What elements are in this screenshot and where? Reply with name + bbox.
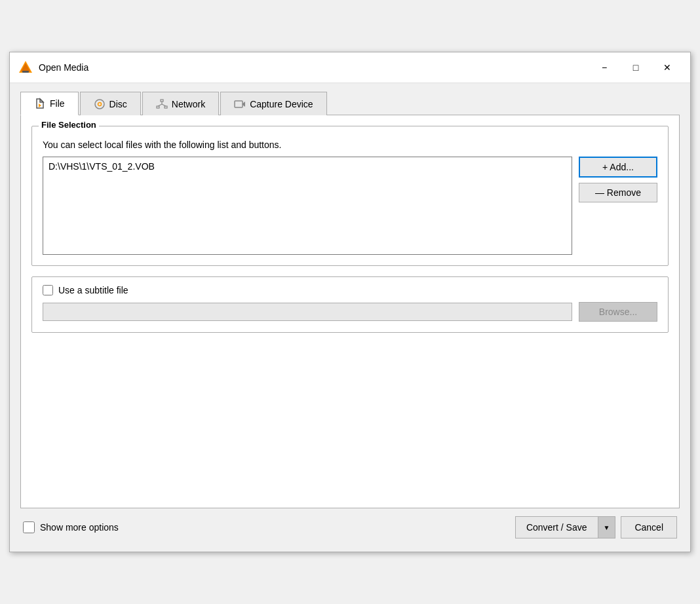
show-more-row: Show more options: [23, 521, 119, 533]
window-title: Open Media: [39, 62, 88, 73]
vlc-logo-icon: [18, 60, 33, 75]
cancel-button[interactable]: Cancel: [621, 516, 677, 538]
minimize-button[interactable]: −: [589, 58, 619, 77]
convert-save-main[interactable]: Convert / Save: [516, 517, 598, 538]
show-more-label: Show more options: [40, 522, 119, 533]
title-bar-buttons: − □ ✕: [589, 58, 682, 77]
subtitle-label-text: Use a subtitle file: [58, 285, 128, 295]
bottom-area: Show more options Convert / Save ▼ Cance…: [20, 508, 680, 541]
close-button[interactable]: ✕: [652, 58, 682, 77]
svg-rect-2: [22, 71, 29, 73]
tab-network[interactable]: Network: [142, 92, 219, 115]
browse-button: Browse...: [579, 302, 657, 322]
svg-rect-9: [157, 106, 159, 108]
tab-network-label: Network: [172, 99, 205, 109]
convert-save-arrow[interactable]: ▼: [598, 517, 615, 538]
tab-capture[interactable]: Capture Device: [220, 92, 327, 115]
svg-point-6: [95, 100, 104, 109]
svg-marker-4: [40, 99, 43, 102]
subtitle-section: Use a subtitle file Browse...: [31, 276, 669, 333]
network-icon: [156, 98, 168, 110]
subtitle-checkbox-label[interactable]: Use a subtitle file: [43, 285, 128, 295]
title-bar: Open Media − □ ✕: [10, 52, 690, 83]
remove-button[interactable]: — Remove: [579, 183, 657, 202]
svg-line-12: [158, 104, 162, 106]
file-list-row: D:\VHS\1\VTS_01_2.VOB + Add... — Remove: [43, 157, 657, 255]
tab-disc-label: Disc: [109, 99, 127, 109]
file-selection-description: You can select local files with the foll…: [43, 140, 657, 150]
file-list-item: D:\VHS\1\VTS_01_2.VOB: [49, 161, 566, 172]
subtitle-row: Use a subtitle file: [43, 285, 657, 295]
add-button[interactable]: + Add...: [579, 157, 657, 178]
content-area: File Selection You can select local file…: [20, 115, 680, 508]
window-body: File Disc: [10, 83, 690, 552]
tab-bar: File Disc: [20, 91, 680, 115]
file-list-box[interactable]: D:\VHS\1\VTS_01_2.VOB: [43, 157, 572, 255]
svg-marker-5: [39, 104, 41, 107]
subtitle-checkbox[interactable]: [43, 285, 53, 295]
open-media-window: Open Media − □ ✕ File: [9, 52, 691, 552]
maximize-button[interactable]: □: [621, 58, 651, 77]
tab-disc[interactable]: Disc: [80, 92, 141, 115]
convert-save-button: Convert / Save ▼: [515, 516, 616, 538]
bottom-buttons: Convert / Save ▼ Cancel: [515, 516, 677, 538]
show-more-checkbox[interactable]: [23, 521, 35, 533]
tab-file-label: File: [50, 98, 65, 109]
disc-icon: [94, 98, 106, 110]
svg-rect-14: [235, 101, 243, 107]
svg-rect-10: [165, 106, 167, 108]
svg-line-13: [162, 104, 166, 106]
capture-icon: [234, 98, 246, 110]
tab-file[interactable]: File: [20, 92, 79, 115]
file-list-buttons: + Add... — Remove: [579, 157, 657, 202]
subtitle-input-row: Browse...: [43, 302, 657, 322]
file-selection-title: File Selection: [39, 120, 99, 130]
title-bar-left: Open Media: [18, 60, 88, 75]
tab-capture-label: Capture Device: [250, 99, 313, 109]
file-selection-section: File Selection You can select local file…: [31, 126, 669, 266]
subtitle-file-input[interactable]: [43, 303, 572, 321]
file-icon: [34, 98, 46, 109]
svg-rect-8: [161, 100, 163, 102]
svg-point-7: [98, 102, 101, 105]
